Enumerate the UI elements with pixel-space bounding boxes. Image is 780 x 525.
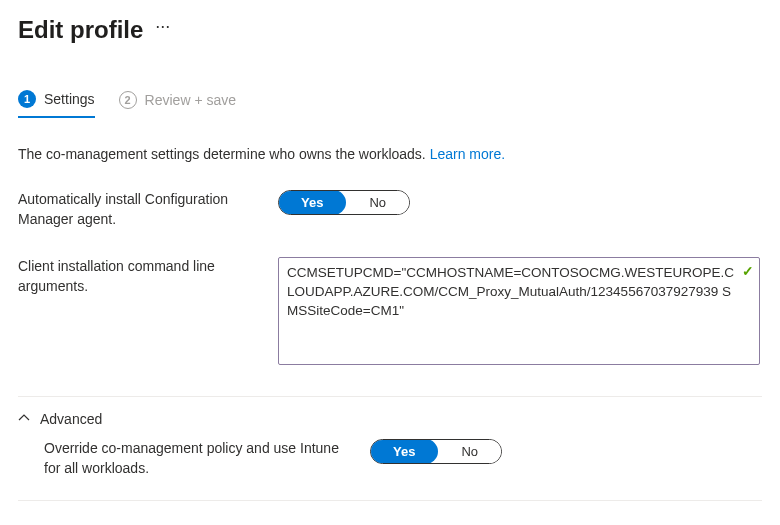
- cmdline-input[interactable]: [278, 257, 760, 365]
- tab-step-badge: 1: [18, 90, 36, 108]
- advanced-section-toggle[interactable]: Advanced: [18, 411, 762, 427]
- tab-settings[interactable]: 1 Settings: [18, 90, 95, 118]
- tab-step-badge: 2: [119, 91, 137, 109]
- toggle-no[interactable]: No: [346, 191, 409, 214]
- section-divider: [18, 396, 762, 397]
- toggle-yes[interactable]: Yes: [370, 439, 438, 464]
- learn-more-link[interactable]: Learn more.: [430, 146, 505, 162]
- toggle-no[interactable]: No: [438, 440, 501, 463]
- tab-label: Review + save: [145, 92, 236, 108]
- more-actions-button[interactable]: ···: [155, 17, 170, 35]
- override-label: Override co-management policy and use In…: [44, 439, 370, 478]
- tab-label: Settings: [44, 91, 95, 107]
- chevron-up-icon: [18, 412, 30, 427]
- advanced-section-title: Advanced: [40, 411, 102, 427]
- tab-review-save[interactable]: 2 Review + save: [119, 91, 236, 117]
- cmdline-label: Client installation command line argumen…: [18, 257, 278, 296]
- auto-install-toggle[interactable]: Yes No: [278, 190, 410, 215]
- auto-install-label: Automatically install Configuration Mana…: [18, 190, 278, 229]
- section-divider: [18, 500, 762, 501]
- wizard-tabs: 1 Settings 2 Review + save: [18, 90, 762, 118]
- override-toggle[interactable]: Yes No: [370, 439, 502, 464]
- intro-text: The co-management settings determine who…: [18, 146, 762, 162]
- validation-check-icon: ✓: [742, 263, 754, 279]
- page-title: Edit profile: [18, 16, 143, 44]
- toggle-yes[interactable]: Yes: [278, 190, 346, 215]
